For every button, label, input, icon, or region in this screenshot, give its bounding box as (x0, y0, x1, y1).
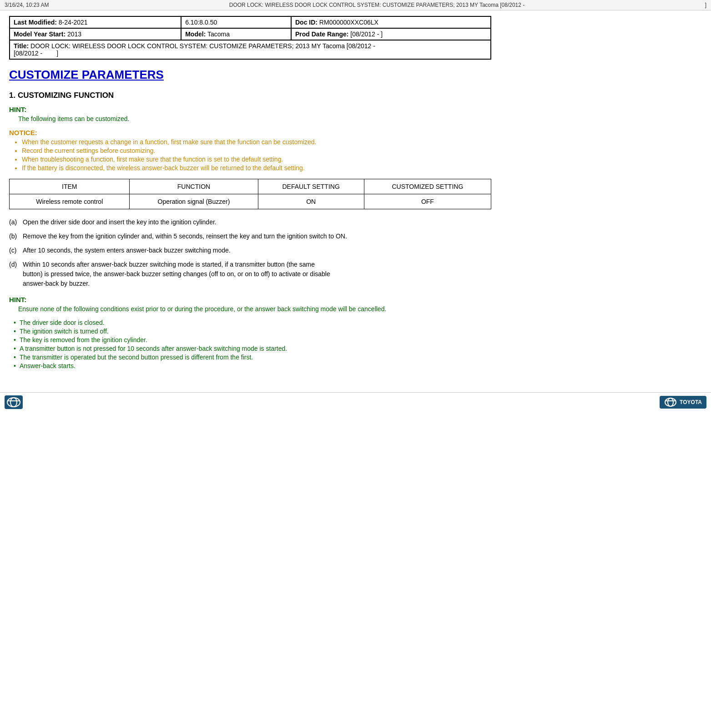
hint2-label: HINT: (9, 296, 491, 303)
step-item: (a) Open the driver side door and insert… (9, 217, 491, 227)
page-title: CUSTOMIZE PARAMETERS (9, 68, 491, 82)
section1-heading: 1. CUSTOMIZING FUNCTION (9, 91, 491, 100)
step-label: (c) (9, 246, 23, 255)
table-cell-function: Operation signal (Buzzer) (130, 194, 258, 209)
browser-title: DOOR LOCK: WIRELESS DOOR LOCK CONTROL SY… (49, 2, 705, 8)
step-item: (b) Remove the key from the ignition cyl… (9, 232, 491, 241)
step-item: (d) Within 10 seconds after answer-back … (9, 260, 491, 288)
step-content: Open the driver side door and insert the… (23, 217, 491, 227)
hint2-text: Ensure none of the following conditions … (18, 305, 491, 313)
footer-toyota-label: TOYOTA (680, 399, 702, 405)
meta-prod-date: Prod Date Range: [08/2012 - ] (291, 28, 491, 40)
step-content: Remove the key from the ignition cylinde… (23, 232, 491, 241)
svg-point-4 (668, 398, 673, 406)
hint1-text: The following items can be customized. (18, 115, 491, 122)
footer-logo-left (5, 395, 23, 409)
table-row: Wireless remote controlOperation signal … (10, 194, 491, 209)
meta-title: Title: DOOR LOCK: WIRELESS DOOR LOCK CON… (10, 40, 491, 59)
notice-item: When the customer requests a change in a… (22, 138, 491, 146)
svg-point-3 (665, 398, 676, 406)
hint2-item: A transmitter button is not pressed for … (14, 345, 491, 352)
footer-logo-right: TOYOTA (660, 396, 706, 409)
hint2-item: The key is removed from the ignition cyl… (14, 336, 491, 344)
step-label: (d) (9, 260, 23, 269)
svg-point-1 (10, 398, 17, 407)
table-cell-item: Wireless remote control (10, 194, 130, 209)
meta-doc-id: Doc ID: RM000000XXC06LX (291, 16, 491, 28)
notice-label: NOTICE: (9, 129, 491, 136)
hint2-item: Answer-back starts. (14, 362, 491, 369)
table-header: CUSTOMIZED SETTING (364, 179, 491, 194)
data-table: ITEMFUNCTIONDEFAULT SETTINGCUSTOMIZED SE… (9, 179, 491, 209)
notice-item: When troubleshooting a function, first m… (22, 156, 491, 163)
table-cell-customized_setting: OFF (364, 194, 491, 209)
meta-version: 6.10:8.0.50 (181, 16, 291, 28)
steps-list: (a) Open the driver side door and insert… (9, 217, 491, 288)
hint2-bullet-list: The driver side door is closed.The ignit… (14, 319, 491, 369)
step-label: (b) (9, 232, 23, 241)
footer: TOYOTA (0, 392, 711, 412)
notice-item: Record the current settings before custo… (22, 147, 491, 154)
hint2-item: The driver side door is closed. (14, 319, 491, 326)
table-cell-default_setting: ON (258, 194, 364, 209)
hint2-item: The transmitter is operated but the seco… (14, 354, 491, 361)
notice-list: When the customer requests a change in a… (22, 138, 491, 172)
step-content: After 10 seconds, the system enters answ… (23, 246, 491, 255)
browser-end: ] (705, 2, 706, 8)
step-item: (c) After 10 seconds, the system enters … (9, 246, 491, 255)
table-header: DEFAULT SETTING (258, 179, 364, 194)
meta-last-modified: Last Modified: 8-24-2021 (10, 16, 181, 28)
table-header: ITEM (10, 179, 130, 194)
table-header: FUNCTION (130, 179, 258, 194)
meta-model-year: Model Year Start: 2013 (10, 28, 181, 40)
meta-model: Model: Tacoma (181, 28, 291, 40)
hint1-label: HINT: (9, 106, 491, 113)
svg-point-0 (7, 398, 20, 407)
hint2-item: The ignition switch is turned off. (14, 328, 491, 335)
meta-table: Last Modified: 8-24-2021 6.10:8.0.50 Doc… (9, 16, 491, 60)
main-content: Last Modified: 8-24-2021 6.10:8.0.50 Doc… (0, 10, 500, 383)
step-label: (a) (9, 217, 23, 227)
browser-bar: 3/16/24, 10:23 AM DOOR LOCK: WIRELESS DO… (0, 0, 711, 10)
notice-item: If the battery is disconnected, the wire… (22, 164, 491, 172)
step-content: Within 10 seconds after answer-back buzz… (23, 260, 491, 288)
browser-datetime: 3/16/24, 10:23 AM (5, 2, 49, 8)
